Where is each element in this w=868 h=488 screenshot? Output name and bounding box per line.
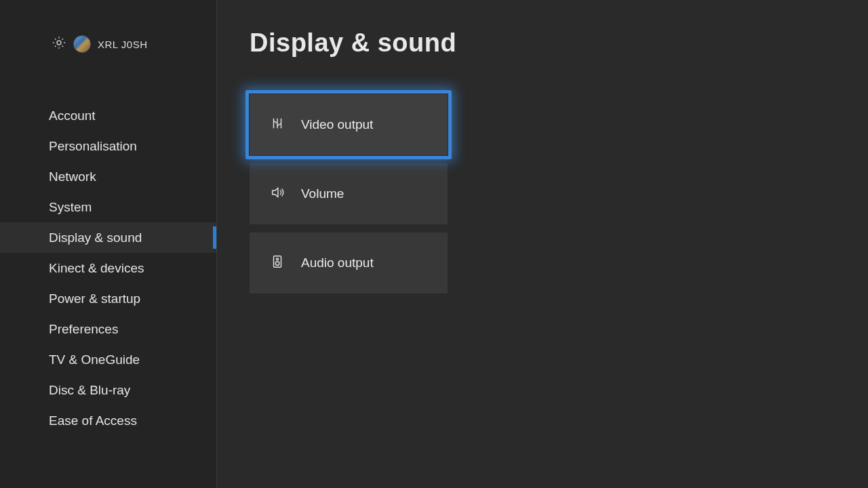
volume-icon [270,185,285,203]
username: XRL J0SH [98,39,147,50]
audio-output-icon [270,254,285,272]
settings-sidebar: XRL J0SH Account Personalisation Network… [0,0,217,488]
settings-main: Display & sound Video output Volume [217,0,868,488]
sidebar-item-label: Preferences [49,322,118,336]
sidebar-item-label: System [49,200,92,214]
sidebar-item-kinect-devices[interactable]: Kinect & devices [0,253,216,283]
sidebar-item-display-sound[interactable]: Display & sound [0,222,216,253]
tile-label: Volume [301,186,344,201]
sidebar-item-account[interactable]: Account [0,100,216,131]
tile-video-output[interactable]: Video output [250,94,448,155]
profile-row: XRL J0SH [0,35,216,53]
tile-volume[interactable]: Volume [250,163,448,224]
settings-nav: Account Personalisation Network System D… [0,100,216,436]
sidebar-item-ease-of-access[interactable]: Ease of Access [0,405,216,436]
gear-icon [52,35,66,53]
sidebar-item-personalisation[interactable]: Personalisation [0,131,216,161]
sidebar-item-network[interactable]: Network [0,161,216,192]
tile-label: Audio output [301,256,374,270]
svg-point-0 [57,41,61,45]
sidebar-item-disc-bluray[interactable]: Disc & Blu-ray [0,375,216,405]
svg-point-2 [277,258,279,260]
tile-audio-output[interactable]: Audio output [250,232,448,293]
sidebar-item-tv-oneguide[interactable]: TV & OneGuide [0,344,216,375]
sidebar-item-system[interactable]: System [0,192,216,222]
sidebar-item-label: Display & sound [49,230,142,245]
tile-focus-ring: Video output [245,90,452,159]
tile-label: Video output [301,117,373,132]
sidebar-item-power-startup[interactable]: Power & startup [0,283,216,314]
tile-list: Video output Volume Audio output [250,94,448,293]
sidebar-item-label: Account [49,108,96,123]
sidebar-item-label: Ease of Access [49,413,137,428]
video-output-icon [270,116,285,134]
avatar [73,35,91,53]
sidebar-item-label: Power & startup [49,291,140,306]
sidebar-item-preferences[interactable]: Preferences [0,314,216,344]
sidebar-item-label: TV & OneGuide [49,352,140,367]
svg-point-3 [275,262,279,266]
sidebar-item-label: Disc & Blu-ray [49,383,130,397]
sidebar-item-label: Network [49,169,96,184]
sidebar-item-label: Personalisation [49,139,137,153]
sidebar-item-label: Kinect & devices [49,261,144,275]
page-title: Display & sound [250,28,868,58]
